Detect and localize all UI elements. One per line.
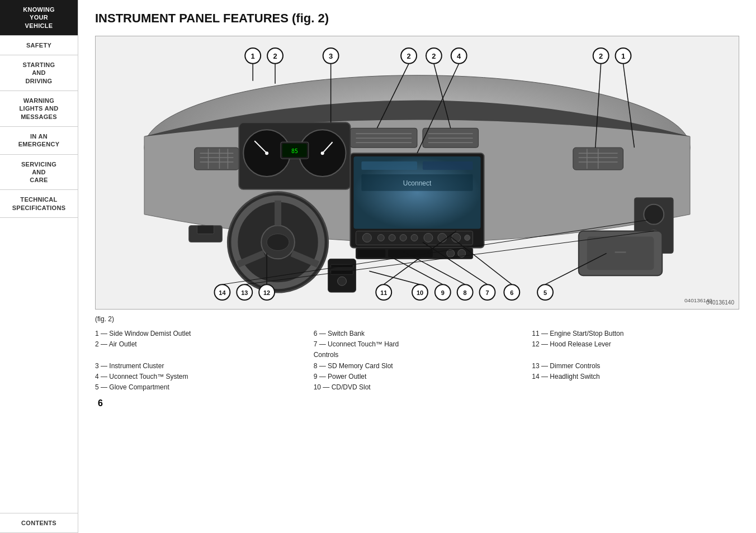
svg-point-53 [267, 234, 289, 251]
svg-text:Uconnect: Uconnect [403, 179, 432, 187]
svg-text:2: 2 [599, 52, 603, 60]
legend-col3: 11 — Engine Start/Stop Button 12 — Hood … [532, 329, 739, 393]
page-number: 6 [95, 398, 739, 408]
legend-item-6: 6 — Switch Bank [314, 329, 521, 339]
legend-item-10: 10 — CD/DVD Slot [314, 382, 521, 393]
legend-item-1: 1 — Side Window Demist Outlet [95, 329, 303, 339]
svg-text:85: 85 [291, 148, 298, 154]
svg-text:2: 2 [273, 52, 277, 60]
svg-point-38 [424, 234, 433, 242]
diagram-container: 85 Uconnect [95, 36, 739, 310]
legend-item-11: 11 — Engine Start/Stop Button [532, 329, 739, 339]
svg-text:11: 11 [380, 289, 387, 296]
legend-item-4: 4 — Uconnect Touch™ System [95, 372, 303, 382]
svg-text:7: 7 [485, 289, 489, 296]
svg-text:2: 2 [432, 52, 436, 60]
svg-text:3: 3 [329, 52, 333, 60]
svg-point-13 [265, 151, 268, 155]
sidebar-label-knowing: KNOWING YOUR VEHICLE [23, 6, 54, 29]
legend-item-14: 14 — Headlight Switch [532, 372, 739, 382]
svg-text:2: 2 [407, 52, 410, 60]
svg-point-59 [338, 277, 347, 285]
svg-text:4: 4 [457, 52, 461, 60]
legend-item-spacer2 [532, 350, 739, 360]
legend-item-8: 8 — SD Memory Card Slot [314, 361, 521, 372]
legend-item-7b: Controls [314, 350, 521, 360]
legend-item-2: 2 — Air Outlet [95, 339, 303, 350]
sidebar-item-in-an-emergency[interactable]: IN AN EMERGENCY [0, 127, 78, 155]
sidebar-label-contents: CONTENTS [21, 520, 56, 526]
svg-point-33 [362, 234, 371, 242]
svg-text:14: 14 [219, 289, 226, 296]
svg-point-35 [389, 235, 395, 241]
svg-text:12: 12 [263, 289, 270, 296]
image-ref-id: 040136140 [706, 299, 734, 306]
svg-rect-56 [328, 259, 356, 292]
fig-caption: (fig. 2) [95, 315, 739, 323]
sidebar-label-starting: STARTING AND DRIVING [23, 61, 55, 84]
sidebar-item-warning-lights[interactable]: WARNING LIGHTS AND MESSAGES [0, 91, 78, 127]
svg-text:10: 10 [417, 289, 423, 296]
legend-col1: 1 — Side Window Demist Outlet 2 — Air Ou… [95, 329, 303, 393]
sidebar-item-technical-specifications[interactable]: TECHNICAL SPECIFICATIONS [0, 190, 78, 218]
svg-text:13: 13 [241, 289, 248, 296]
svg-point-37 [411, 235, 418, 241]
page-title: INSTRUMENT PANEL FEATURES (fig. 2) [95, 11, 739, 26]
svg-rect-28 [361, 161, 417, 170]
svg-text:6: 6 [510, 289, 513, 296]
svg-text:1: 1 [251, 52, 255, 60]
svg-point-45 [447, 249, 455, 257]
svg-point-34 [377, 235, 384, 241]
legend-item-spacer1 [95, 350, 303, 360]
svg-text:1: 1 [621, 52, 625, 60]
legend: 1 — Side Window Demist Outlet 2 — Air Ou… [95, 329, 739, 393]
svg-line-111 [369, 271, 420, 284]
sidebar-label-safety: SAFETY [26, 42, 51, 49]
legend-item-7a: 7 — Uconnect Touch™ Hard [314, 339, 521, 350]
sidebar-item-safety[interactable]: SAFETY [0, 36, 78, 55]
svg-point-41 [465, 235, 470, 241]
sidebar-item-servicing-and-care[interactable]: SERVICING AND CARE [0, 155, 78, 191]
sidebar: KNOWING YOUR VEHICLE SAFETY STARTING AND… [0, 0, 78, 533]
svg-text:8: 8 [464, 289, 467, 296]
svg-rect-55 [197, 226, 214, 234]
svg-rect-1 [195, 147, 239, 170]
legend-item-5: 5 — Glove Compartment [95, 382, 303, 393]
sidebar-item-starting-and-driving[interactable]: STARTING AND DRIVING [0, 55, 78, 91]
svg-point-14 [321, 151, 324, 155]
sidebar-item-contents[interactable]: CONTENTS [0, 513, 78, 533]
legend-item-13: 13 — Dimmer Controls [532, 361, 739, 372]
legend-item-12: 12 — Hood Release Lever [532, 339, 739, 350]
sidebar-label-warning: WARNING LIGHTS AND MESSAGES [20, 97, 59, 120]
svg-point-36 [400, 235, 407, 241]
svg-point-67 [644, 204, 664, 225]
svg-text:5: 5 [544, 289, 547, 296]
legend-col2: 6 — Switch Bank 7 — Uconnect Touch™ Hard… [314, 329, 521, 393]
sidebar-label-technical: TECHNICAL SPECIFICATIONS [12, 196, 66, 211]
svg-rect-43 [357, 249, 385, 257]
main-content: INSTRUMENT PANEL FEATURES (fig. 2) [78, 0, 756, 533]
sidebar-label-emergency: IN AN EMERGENCY [18, 133, 60, 147]
sidebar-label-servicing: SERVICING AND CARE [21, 161, 56, 184]
sidebar-item-knowing-your-vehicle[interactable]: KNOWING YOUR VEHICLE [0, 0, 78, 36]
legend-item-9: 9 — Power Outlet [314, 372, 521, 382]
svg-rect-29 [423, 161, 473, 170]
svg-text:9: 9 [441, 289, 445, 296]
legend-item-3: 3 — Instrument Cluster [95, 361, 303, 372]
svg-rect-70 [587, 237, 654, 270]
